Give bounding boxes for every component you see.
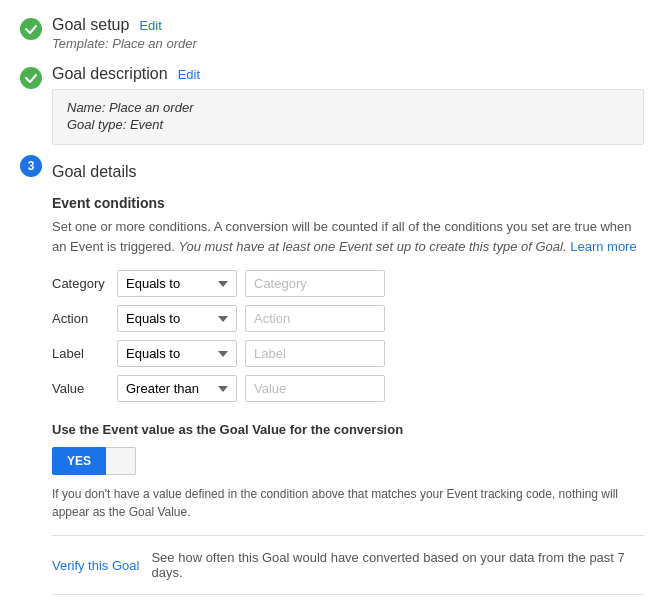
goal-description-content: Goal description Edit Name: Place an ord… xyxy=(52,65,644,145)
verify-desc: See how often this Goal would have conve… xyxy=(151,550,644,580)
condition-select-action[interactable]: Equals to Greater than Less than Matches… xyxy=(117,305,237,332)
condition-select-category[interactable]: Equals to Greater than Less than Matches… xyxy=(117,270,237,297)
goal-description-title: Goal description xyxy=(52,65,168,83)
toggle-section: Use the Event value as the Goal Value fo… xyxy=(52,422,644,521)
conditions-table: Category Equals to Greater than Less tha… xyxy=(52,270,644,402)
goal-description-edit-link[interactable]: Edit xyxy=(178,67,200,82)
goal-setup-content: Goal setup Edit Template: Place an order xyxy=(52,16,644,51)
learn-more-link[interactable]: Learn more xyxy=(570,239,636,254)
condition-label-action: Action xyxy=(52,311,117,326)
goal-details-content: Goal details Event conditions Set one or… xyxy=(52,163,644,603)
goal-details-title: Goal details xyxy=(52,163,137,181)
goal-description-header: Goal description Edit xyxy=(52,65,644,83)
goal-setup-meta: Template: Place an order xyxy=(52,36,644,51)
verify-goal-link[interactable]: Verify this Goal xyxy=(52,558,139,573)
condition-label-label: Label xyxy=(52,346,117,361)
goal-details-header: Goal details xyxy=(52,163,644,181)
toggle-yes-button[interactable]: YES xyxy=(52,447,106,475)
condition-row-label: Label Equals to Greater than Less than M… xyxy=(52,340,644,367)
goal-setup-section: Goal setup Edit Template: Place an order xyxy=(20,16,644,51)
goal-setup-edit-link[interactable]: Edit xyxy=(139,18,161,33)
condition-input-category[interactable] xyxy=(245,270,385,297)
goal-setup-header: Goal setup Edit xyxy=(52,16,644,34)
template-value: Place an order xyxy=(112,36,197,51)
condition-input-value[interactable] xyxy=(245,375,385,402)
toggle-desc: If you don't have a value defined in the… xyxy=(52,485,644,521)
goal-type-value: Event xyxy=(130,117,163,132)
step-number: 3 xyxy=(28,159,35,173)
toggle-no-button[interactable] xyxy=(106,447,136,475)
condition-select-value-dropdown[interactable]: Equals to Greater than Less than Matches… xyxy=(117,375,237,402)
condition-label-category: Category xyxy=(52,276,117,291)
condition-select-label-dropdown[interactable]: Equals to Greater than Less than Matches… xyxy=(117,340,237,367)
goal-details-section: 3 Goal details Event conditions Set one … xyxy=(20,153,644,603)
goal-description-step-icon xyxy=(20,67,42,89)
event-conditions-title: Event conditions xyxy=(52,195,644,211)
condition-select-value[interactable]: Equals to Greater than Less than Matches… xyxy=(117,375,237,402)
goal-type-label: Goal type: xyxy=(67,117,126,132)
goal-name-value: Place an order xyxy=(109,100,194,115)
goal-description-section: Goal description Edit Name: Place an ord… xyxy=(20,65,644,145)
divider-1 xyxy=(52,535,644,536)
condition-select-category-dropdown[interactable]: Equals to Greater than Less than Matches… xyxy=(117,270,237,297)
condition-select-label[interactable]: Equals to Greater than Less than Matches… xyxy=(117,340,237,367)
condition-input-action[interactable] xyxy=(245,305,385,332)
event-conditions-desc: Set one or more conditions. A conversion… xyxy=(52,217,644,256)
goal-setup-title: Goal setup xyxy=(52,16,129,34)
condition-label-value: Value xyxy=(52,381,117,396)
event-conditions-italic: You must have at least one Event set up … xyxy=(178,239,566,254)
condition-input-value-field[interactable] xyxy=(245,375,385,402)
goal-name-line: Name: Place an order xyxy=(67,100,629,115)
template-label: Template: xyxy=(52,36,109,51)
condition-row-category: Category Equals to Greater than Less tha… xyxy=(52,270,644,297)
condition-input-action-field[interactable] xyxy=(245,305,385,332)
condition-input-category-field[interactable] xyxy=(245,270,385,297)
condition-select-action-dropdown[interactable]: Equals to Greater than Less than Matches… xyxy=(117,305,237,332)
goal-description-box: Name: Place an order Goal type: Event xyxy=(52,89,644,145)
condition-input-label[interactable] xyxy=(245,340,385,367)
condition-row-action: Action Equals to Greater than Less than … xyxy=(52,305,644,332)
condition-input-label-field[interactable] xyxy=(245,340,385,367)
goal-name-label: Name: xyxy=(67,100,105,115)
verify-row: Verify this Goal See how often this Goal… xyxy=(52,550,644,595)
toggle-label: Use the Event value as the Goal Value fo… xyxy=(52,422,644,437)
goal-details-step-icon: 3 xyxy=(20,155,42,177)
toggle-row: YES xyxy=(52,447,644,475)
condition-row-value: Value Equals to Greater than Less than M… xyxy=(52,375,644,402)
goal-setup-step-icon xyxy=(20,18,42,40)
goal-type-line: Goal type: Event xyxy=(67,117,629,132)
